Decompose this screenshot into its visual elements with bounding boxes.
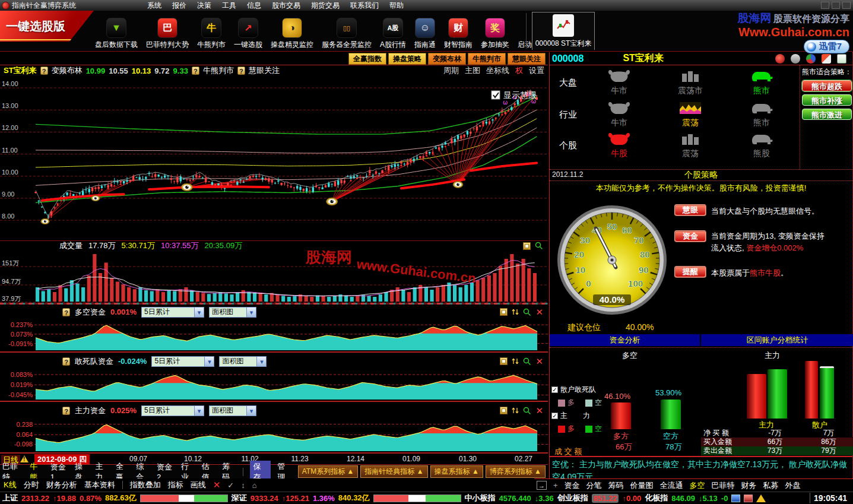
close-icon[interactable]: ✕ xyxy=(535,308,543,316)
menu-5[interactable]: 股市交易 xyxy=(272,1,300,11)
menu-8[interactable]: 帮助 xyxy=(389,1,404,11)
market-cell-个股-牛股[interactable]: 牛股 xyxy=(592,132,646,159)
quick-button-变频布林[interactable]: 变频布林 xyxy=(428,53,466,65)
menu-1[interactable]: 报价 xyxy=(172,1,186,11)
quick-button-操盘策略[interactable]: 操盘策略 xyxy=(388,53,426,65)
market-cell-行业-熊市[interactable]: 熊市 xyxy=(735,101,788,128)
tool-画线[interactable]: 画线 xyxy=(191,480,206,490)
huiyan-button[interactable]: 慧眼 xyxy=(674,204,706,216)
nav-筹码[interactable]: 筹码 xyxy=(608,480,624,491)
nav-价量图[interactable]: 价量图 xyxy=(630,480,654,491)
lock-icon[interactable]: ⌂ xyxy=(252,481,257,490)
toolbar-server-icon[interactable]: ▯▯服务器全景监控 xyxy=(322,18,372,50)
close-icon[interactable]: ✕ xyxy=(535,357,543,365)
dropdown-面积图[interactable]: 面积图▾ xyxy=(209,307,256,318)
panel-icon[interactable] xyxy=(500,407,508,414)
view-tab-基本资料[interactable]: 基本资料 xyxy=(84,480,115,490)
market-cell-大盘-熊市[interactable]: 熊市 xyxy=(735,69,788,96)
strategy-button-熊市补涨[interactable]: 熊市补涨 xyxy=(802,94,852,106)
sort-arrows-icon[interactable] xyxy=(512,407,519,414)
dropdown-面积图[interactable]: 面积图▾ xyxy=(219,356,267,367)
sort-arrows-icon[interactable] xyxy=(512,357,519,365)
indicator-name[interactable]: 变频布林 xyxy=(52,65,83,76)
stock-tab[interactable]: 000008 ST宝利来 xyxy=(532,12,595,50)
market-cell-大盘-震荡市[interactable]: 震荡市 xyxy=(664,69,717,96)
close-icon[interactable]: ✕ xyxy=(535,407,543,414)
menu-2[interactable]: 决策 xyxy=(197,1,211,11)
thunder-button[interactable]: 迅雷7 xyxy=(804,40,849,53)
alert-icon[interactable] xyxy=(744,495,753,502)
expand-arrow-icon[interactable]: → xyxy=(537,481,547,490)
edit-icon[interactable] xyxy=(822,54,831,64)
chart-menu-坐标线[interactable]: 坐标线 xyxy=(486,65,509,76)
market-cell-行业-牛市[interactable]: 牛市 xyxy=(592,101,646,128)
window-controls[interactable] xyxy=(821,2,851,9)
dropdown-面积图[interactable]: 面积图▾ xyxy=(209,405,256,416)
help-icon[interactable]: ? xyxy=(62,407,70,415)
index-label[interactable]: 深证 xyxy=(232,493,247,503)
duokong-chart[interactable]: 0.237%0.073%-0.091% xyxy=(0,319,548,351)
menu-7[interactable]: 联系我们 xyxy=(350,1,379,11)
index-label[interactable]: 创业板指 xyxy=(557,493,588,503)
play-icon[interactable] xyxy=(775,54,785,64)
delete-icon[interactable]: ✕ xyxy=(213,480,221,490)
dropdown-5日累计[interactable]: 5日累计▾ xyxy=(151,356,214,367)
dropdown-5日累计[interactable]: 5日累计▾ xyxy=(141,307,204,318)
market-cell-个股-震荡[interactable]: 震荡 xyxy=(664,132,717,159)
view-tab-K线[interactable]: K线 xyxy=(4,480,17,490)
checkbox[interactable]: ✓ xyxy=(551,386,558,393)
indicator-group-button[interactable]: ATM系列指标 ▲ xyxy=(298,465,359,478)
zijin-button[interactable]: 资金 xyxy=(674,230,706,242)
market-cell-行业-震荡[interactable]: 震荡 xyxy=(664,101,717,128)
tool-指标[interactable]: 指标 xyxy=(168,480,183,490)
indicator-name-2[interactable]: 牛熊判市 xyxy=(203,65,234,76)
quick-button-慧眼关注[interactable]: 慧眼关注 xyxy=(508,53,546,65)
hand-cursor-icon[interactable]: ✓ xyxy=(227,481,234,490)
chart-menu-周期[interactable]: 周期 xyxy=(443,65,459,76)
market-cell-大盘-牛市[interactable]: 牛市 xyxy=(592,69,646,96)
index-label[interactable]: 上证 xyxy=(2,493,18,503)
strategy-button-熊市超跌[interactable]: 熊市超跌 xyxy=(802,80,852,91)
strategy-button-熊市激进[interactable]: 熊市激进 xyxy=(802,109,852,120)
chart-menu-设置[interactable]: 设置 xyxy=(529,65,544,76)
zoom-icon[interactable] xyxy=(535,242,543,250)
sort-arrows-icon[interactable] xyxy=(512,308,519,316)
help-icon[interactable]: ? xyxy=(62,357,70,366)
index-label[interactable]: 化板指 xyxy=(645,493,668,503)
toolbar-a-share-icon[interactable]: A股A股行情 xyxy=(380,18,406,50)
nav-全流通[interactable]: 全流通 xyxy=(660,480,683,491)
chart-menu-权[interactable]: 权 xyxy=(515,65,523,76)
view-tab-财务分析[interactable]: 财务分析 xyxy=(46,480,77,490)
nav-多空[interactable]: 多空 xyxy=(690,480,705,491)
zhuli-chart[interactable]: 0.2380.064-0.098 xyxy=(0,419,548,452)
menu-4[interactable]: 信息 xyxy=(247,1,261,11)
tixing-button[interactable]: 提醒 xyxy=(674,266,706,278)
nav-私募[interactable]: 私募 xyxy=(763,480,779,491)
network-icon[interactable] xyxy=(731,495,740,502)
panel-icon[interactable] xyxy=(523,242,531,250)
toolbar-lottery-icon[interactable]: 奖参加抽奖 xyxy=(481,18,509,50)
nav-+[interactable]: + xyxy=(553,481,558,490)
help-icon[interactable]: ? xyxy=(192,66,199,75)
help-icon[interactable]: ? xyxy=(237,66,245,75)
indicator-group-button[interactable]: 指南针经典指标 ▲ xyxy=(360,465,427,478)
quick-button-牛熊判市[interactable]: 牛熊判市 xyxy=(468,53,506,65)
toolbar-buffett-icon[interactable]: 巴巴菲特判大势 xyxy=(146,18,189,50)
nav-分笔[interactable]: 分笔 xyxy=(586,480,602,491)
zoom-icon[interactable] xyxy=(523,407,531,415)
toolbar-bull-bear-icon[interactable]: 牛牛熊判市 xyxy=(197,18,226,50)
toolbar-download-icon[interactable]: ▼盘后数据下载 xyxy=(95,18,138,50)
toolbar-messenger-icon[interactable]: ☺指南通 xyxy=(414,18,436,50)
indicator-name-3[interactable]: 慧眼关注 xyxy=(249,65,280,76)
speaker-icon[interactable] xyxy=(791,54,800,64)
checkbox[interactable]: ✓ xyxy=(551,413,558,419)
chart-menu-主图[interactable]: 主图 xyxy=(465,65,480,76)
menu-6[interactable]: 期货交易 xyxy=(311,1,340,11)
indicator-group-button[interactable]: 博弈系列指标 ▲ xyxy=(486,465,546,478)
gansidui-chart[interactable]: 0.083%0.019%-0.045% xyxy=(0,369,548,401)
indicator-group-button[interactable]: 操盘系指标 ▲ xyxy=(430,465,483,478)
chart-icon[interactable] xyxy=(837,54,846,64)
help-icon[interactable]: ? xyxy=(40,66,48,75)
warning-icon[interactable] xyxy=(756,495,766,502)
toolbar-one-key-icon[interactable]: ↗一键选股 xyxy=(234,18,262,50)
